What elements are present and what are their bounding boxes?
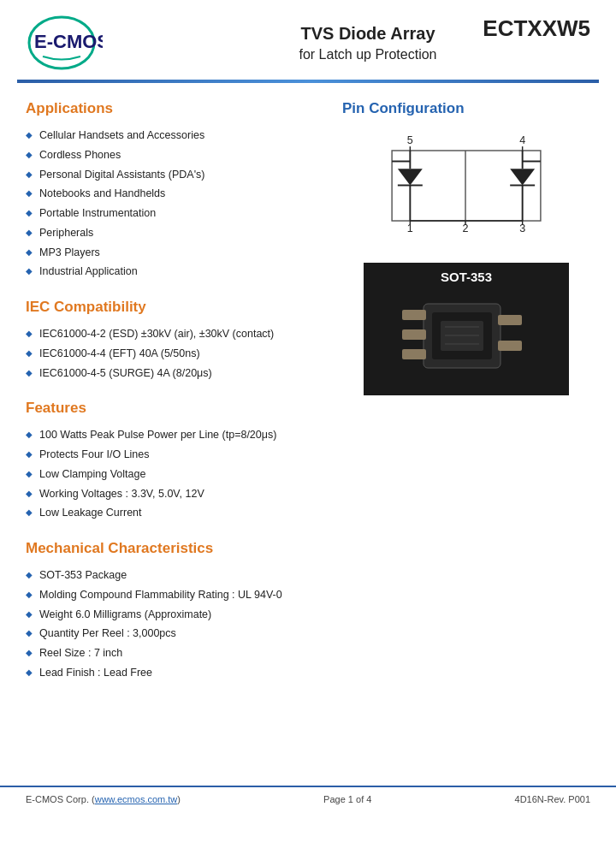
list-item: MP3 Players [26,243,325,263]
footer-website[interactable]: www.ecmos.com.tw [95,794,178,804]
logo-area: E-CMOS [26,15,145,71]
left-column: Applications Cellular Handsets and Acces… [26,100,325,700]
list-item: Portable Instrumentation [26,204,325,223]
mechanical-title: Mechanical Characteristics [26,540,325,557]
svg-text:4: 4 [519,134,525,146]
list-item: Low Leakage Current [26,503,325,523]
company-logo: E-CMOS [26,15,103,71]
list-item: Reel Size : 7 inch [26,644,325,663]
svg-text:E-CMOS: E-CMOS [34,31,103,52]
chip-illustration [376,291,556,394]
list-item: Weight 6.0 Milligrams (Approximate) [26,605,325,625]
list-item: Quantity Per Reel : 3,000pcs [26,624,325,644]
svg-rect-31 [402,349,426,359]
list-item: IEC61000-4-2 (ESD) ±30kV (air), ±30kV (c… [26,324,325,344]
footer-company: E-CMOS Corp. (www.ecmos.com.tw) [26,794,181,804]
part-number: ECTXXW5 [483,15,590,42]
list-item: Cellular Handsets and Accessories [26,126,325,145]
list-item: Lead Finish : Lead Free [26,663,325,683]
iec-section: IEC Compatibility IEC61000-4-2 (ESD) ±30… [26,299,325,383]
product-subtitle: for Latch up Protection [145,47,590,62]
list-item: Low Clamping Voltage [26,465,325,484]
svg-rect-33 [498,341,522,351]
iec-title: IEC Compatibility [26,299,325,316]
svg-rect-32 [498,315,522,325]
features-section: Features 100 Watts Peak Pulse Power per … [26,400,325,523]
mechanical-section: Mechanical Characteristics SOT-353 Packa… [26,540,325,683]
list-item: Cordless Phones [26,145,325,165]
list-item: Personal Digital Assistants (PDA's) [26,165,325,185]
pin-diagram: 5 4 1 2 3 [364,126,569,246]
footer-page: Page 1 of 4 [323,794,371,804]
svg-text:5: 5 [407,134,413,146]
list-item: Industrial Application [26,262,325,282]
list-item: Peripherals [26,223,325,243]
main-content: Applications Cellular Handsets and Acces… [0,83,616,717]
list-item: Protects Four I/O Lines [26,445,325,465]
pin-config-title: Pin Configuration [342,100,590,117]
page-footer: E-CMOS Corp. (www.ecmos.com.tw) Page 1 o… [0,786,616,811]
list-item: Working Voltages : 3.3V, 5.0V, 12V [26,484,325,504]
package-image: SOT-353 [364,263,569,395]
svg-rect-30 [402,329,426,340]
pin-config-section: Pin Configuration 5 4 1 2 3 [342,100,590,246]
footer-docnumber: 4D16N-Rev. P001 [515,794,590,804]
mechanical-list: SOT-353 Package Molding Compound Flammab… [26,566,325,683]
list-item: SOT-353 Package [26,566,325,585]
features-list: 100 Watts Peak Pulse Power per Line (tp=… [26,425,325,523]
right-column: Pin Configuration 5 4 1 2 3 [342,100,590,700]
applications-section: Applications Cellular Handsets and Acces… [26,100,325,282]
svg-rect-29 [402,310,426,320]
iec-list: IEC61000-4-2 (ESD) ±30kV (air), ±30kV (c… [26,324,325,383]
features-title: Features [26,400,325,417]
list-item: 100 Watts Peak Pulse Power per Line (tp=… [26,425,325,445]
list-item: IEC61000-4-5 (SURGE) 4A (8/20μs) [26,364,325,383]
applications-list: Cellular Handsets and Accessories Cordle… [26,126,325,282]
list-item: Notebooks and Handhelds [26,184,325,204]
page-header: E-CMOS TVS Diode Array for Latch up Prot… [0,0,616,80]
list-item: Molding Compound Flammability Rating : U… [26,585,325,605]
applications-title: Applications [26,100,325,117]
list-item: IEC61000-4-4 (EFT) 40A (5/50ns) [26,344,325,364]
package-name-label: SOT-353 [441,270,492,284]
